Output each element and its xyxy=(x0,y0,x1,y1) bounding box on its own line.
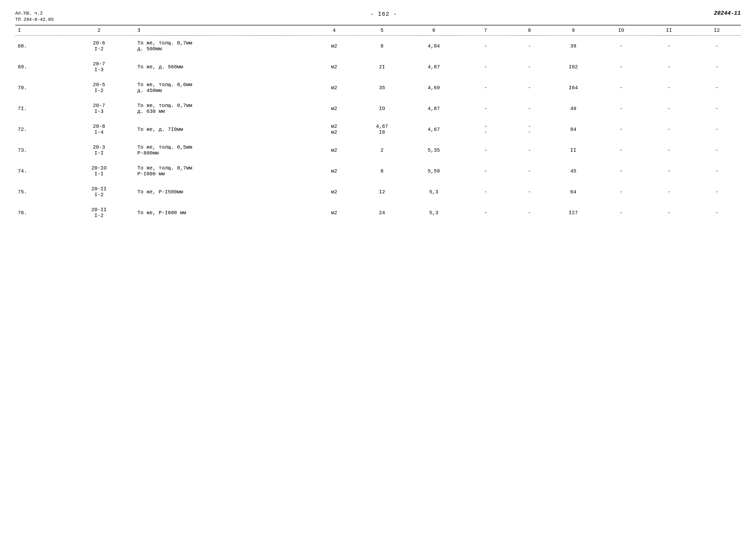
cell-4-2: 20-7I-3 xyxy=(63,98,135,119)
cell-6-5: 2 xyxy=(358,140,406,161)
col-header-4: 4 xyxy=(310,25,358,36)
cell-4-6: 4,87 xyxy=(406,98,462,119)
cell-9-2: 20-III-2 xyxy=(63,202,135,223)
cell-9-11: - xyxy=(645,202,693,223)
cell-3-11: - xyxy=(645,77,693,98)
cell-1-5: 8 xyxy=(358,36,406,57)
table-row: 69.20-7I-3То же, д. 560ммм22I4,87--I02--… xyxy=(15,56,741,77)
cell-3-4: м2 xyxy=(310,77,358,98)
cell-3-3: То же, толщ. 0,6ммд. 450мм xyxy=(135,77,310,98)
cell-3-10: - xyxy=(597,77,645,98)
cell-1-1: 68. xyxy=(15,36,63,57)
col-header-8: 8 xyxy=(510,25,549,36)
cell-1-6: 4,84 xyxy=(406,36,462,57)
cell-3-5: 35 xyxy=(358,77,406,98)
cell-9-7: - xyxy=(462,202,510,223)
cell-2-1: 69. xyxy=(15,56,63,77)
cell-6-3: То же, толщ. 0,5ммР-800мм xyxy=(135,140,310,161)
table-row: 74.20-IOI-IТо же, толщ. 0,7ммР-I000 ммм2… xyxy=(15,161,741,181)
col-header-7: 7 xyxy=(462,25,510,36)
cell-8-4: м2 xyxy=(310,181,358,202)
cell-4-12: - xyxy=(693,98,741,119)
col-header-1: I xyxy=(15,25,63,36)
header-left: Ал.УШ. ч.2 ТП 294-8-42.85 xyxy=(15,10,54,23)
cell-5-12: - xyxy=(693,119,741,140)
cell-7-2: 20-IOI-I xyxy=(63,161,135,181)
table-row: 73.20-3I-IТо же, толщ. 0,5ммР-800ммм225,… xyxy=(15,140,741,161)
cell-3-12: - xyxy=(693,77,741,98)
cell-4-9: 49 xyxy=(549,98,597,119)
cell-1-12: - xyxy=(693,36,741,57)
cell-6-1: 73. xyxy=(15,140,63,161)
cell-5-5: 4,67I8 xyxy=(358,119,406,140)
cell-3-9: I64 xyxy=(549,77,597,98)
col-header-2: 2 xyxy=(63,25,135,36)
cell-5-8: -- xyxy=(510,119,549,140)
table-row: 75.20-III-2То же, Р-I500ммм2I25,3--64--- xyxy=(15,181,741,202)
cell-1-3: То же, толщ. 0,7ммд. 500мм xyxy=(135,36,310,57)
cell-5-2: 20-8I-4 xyxy=(63,119,135,140)
cell-8-8: - xyxy=(510,181,549,202)
main-table: I 2 3 4 5 6 7 8 9 IO II I2 68.20-6I-2То … xyxy=(15,25,741,223)
cell-5-1: 72. xyxy=(15,119,63,140)
col-header-6: 6 xyxy=(406,25,462,36)
cell-7-6: 5,59 xyxy=(406,161,462,181)
cell-2-2: 20-7I-3 xyxy=(63,56,135,77)
cell-7-10: - xyxy=(597,161,645,181)
cell-1-2: 20-6I-2 xyxy=(63,36,135,57)
cell-7-9: 45 xyxy=(549,161,597,181)
cell-2-3: То же, д. 560мм xyxy=(135,56,310,77)
cell-1-11: - xyxy=(645,36,693,57)
cell-7-12: - xyxy=(693,161,741,181)
cell-2-5: 2I xyxy=(358,56,406,77)
cell-8-12: - xyxy=(693,181,741,202)
cell-2-10: - xyxy=(597,56,645,77)
cell-9-1: 76. xyxy=(15,202,63,223)
cell-4-10: - xyxy=(597,98,645,119)
cell-7-11: - xyxy=(645,161,693,181)
cell-3-8: - xyxy=(510,77,549,98)
cell-5-6: 4,67 xyxy=(406,119,462,140)
cell-2-9: I02 xyxy=(549,56,597,77)
cell-3-1: 70. xyxy=(15,77,63,98)
col-header-9: 9 xyxy=(549,25,597,36)
cell-1-9: 39 xyxy=(549,36,597,57)
cell-2-11: - xyxy=(645,56,693,77)
cell-5-4: м2м2 xyxy=(310,119,358,140)
cell-5-10: - xyxy=(597,119,645,140)
cell-6-6: 5,35 xyxy=(406,140,462,161)
cell-5-11: - xyxy=(645,119,693,140)
col-header-12: I2 xyxy=(693,25,741,36)
cell-4-5: IO xyxy=(358,98,406,119)
cell-6-7: - xyxy=(462,140,510,161)
cell-9-5: 24 xyxy=(358,202,406,223)
cell-6-12: - xyxy=(693,140,741,161)
col-header-10: IO xyxy=(597,25,645,36)
cell-5-7: -- xyxy=(462,119,510,140)
cell-4-4: м2 xyxy=(310,98,358,119)
cell-4-8: - xyxy=(510,98,549,119)
cell-6-10: - xyxy=(597,140,645,161)
cell-1-7: - xyxy=(462,36,510,57)
cell-4-1: 7I. xyxy=(15,98,63,119)
cell-7-3: То же, толщ. 0,7ммР-I000 мм xyxy=(135,161,310,181)
col-header-5: 5 xyxy=(358,25,406,36)
table-row: 7I.20-7I-3То же, толщ. 0,7ммд. 630 ммм2I… xyxy=(15,98,741,119)
cell-6-2: 20-3I-I xyxy=(63,140,135,161)
cell-6-9: II xyxy=(549,140,597,161)
cell-8-3: То же, Р-I500мм xyxy=(135,181,310,202)
col-header-11: II xyxy=(645,25,693,36)
cell-5-3: То же, д. 7I0мм xyxy=(135,119,310,140)
header-page-number: - I62 - xyxy=(370,11,397,18)
cell-9-10: - xyxy=(597,202,645,223)
cell-7-8: - xyxy=(510,161,549,181)
cell-7-7: - xyxy=(462,161,510,181)
cell-6-4: м2 xyxy=(310,140,358,161)
cell-8-2: 20-III-2 xyxy=(63,181,135,202)
cell-2-6: 4,87 xyxy=(406,56,462,77)
cell-8-10: - xyxy=(597,181,645,202)
cell-3-7: - xyxy=(462,77,510,98)
cell-8-6: 5,3 xyxy=(406,181,462,202)
cell-3-2: 20-5I-2 xyxy=(63,77,135,98)
cell-9-9: I27 xyxy=(549,202,597,223)
